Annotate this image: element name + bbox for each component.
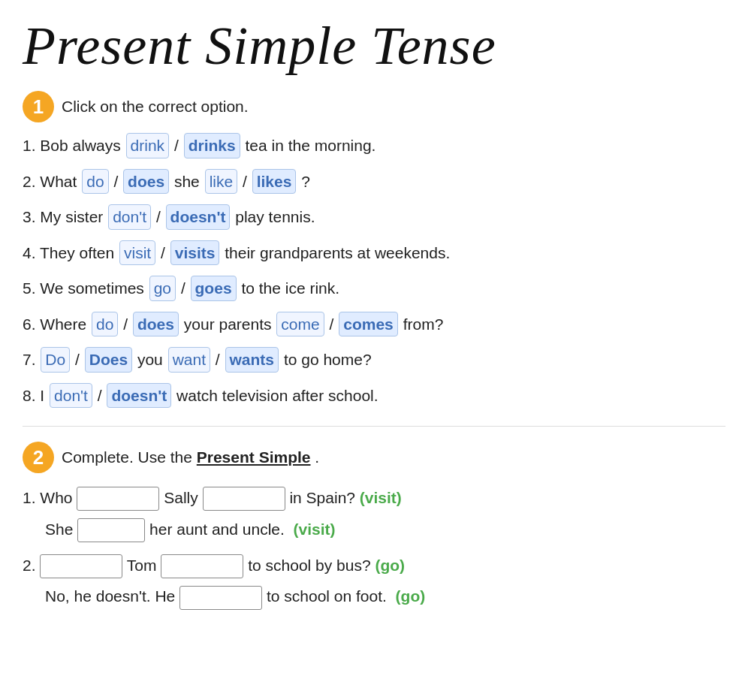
section2-header: 2 Complete. Use the Present Simple . [23, 442, 725, 473]
section-1: 1 Click on the correct option. 1. Bob al… [23, 91, 725, 408]
item1-opt2[interactable]: drinks [184, 133, 240, 158]
complete-2-input3[interactable] [179, 586, 262, 610]
item8-opt2[interactable]: doesn't [107, 383, 171, 409]
item6-opt1[interactable]: do [92, 312, 118, 337]
item2-opt4[interactable]: likes [252, 169, 297, 195]
complete-item-2: 2. Tom to school by bus? (go) No, he doe… [23, 551, 725, 611]
item2-opt1[interactable]: do [82, 169, 108, 195]
exercise-item-1: 1. Bob always drink / drinks tea in the … [23, 133, 725, 158]
section1-circle: 1 [23, 91, 54, 122]
complete-1-input3[interactable] [77, 518, 145, 542]
exercise-item-8: 8. I don't / doesn't watch television af… [23, 383, 725, 409]
page-title: Present Simple Tense [23, 15, 725, 77]
item1-num: 1. Bob always [23, 137, 125, 154]
item8-opt1[interactable]: don't [50, 383, 92, 409]
item6-opt3[interactable]: come [276, 312, 324, 337]
item3-opt1[interactable]: don't [108, 204, 151, 230]
section-divider [23, 426, 725, 427]
exercise-item-2: 2. What do / does she like / likes ? [23, 169, 725, 195]
item6-opt2[interactable]: does [133, 312, 179, 337]
item5-opt1[interactable]: go [149, 276, 176, 301]
section1-header: 1 Click on the correct option. [23, 91, 725, 122]
section2-circle: 2 [23, 442, 54, 473]
item1-opt1[interactable]: drink [126, 133, 170, 158]
complete-2-hint2: (go) [396, 587, 426, 605]
exercise-list-1: 1. Bob always drink / drinks tea in the … [23, 133, 725, 408]
item2-num: 2. What [23, 173, 81, 190]
item7-opt1[interactable]: Do [41, 347, 70, 373]
exercise-item-7: 7. Do / Does you want / wants to go home… [23, 347, 725, 373]
item6-opt4[interactable]: comes [339, 312, 398, 337]
complete-1-input2[interactable] [203, 487, 285, 511]
complete-list: 1. Who Sally in Spain? (visit) She her a… [23, 484, 725, 611]
item7-opt3[interactable]: want [168, 347, 210, 373]
section-2: 2 Complete. Use the Present Simple . 1. … [23, 442, 725, 611]
complete-1-line2: She her aunt and uncle. (visit) [45, 515, 725, 544]
exercise-item-4: 4. They often visit / visits their grand… [23, 240, 725, 266]
complete-1-hint1: (visit) [360, 489, 402, 506]
item2-opt2[interactable]: does [123, 169, 169, 195]
complete-2-hint1: (go) [375, 557, 405, 574]
section2-instruction: Complete. Use the Present Simple . [62, 448, 319, 466]
item4-opt2[interactable]: visits [170, 240, 220, 266]
item2-opt3[interactable]: like [205, 169, 238, 195]
exercise-item-6: 6. Where do / does your parents come / c… [23, 312, 725, 337]
exercise-item-3: 3. My sister don't / doesn't play tennis… [23, 204, 725, 230]
item7-opt2[interactable]: Does [85, 347, 132, 373]
item7-opt4[interactable]: wants [225, 347, 279, 373]
item3-opt2[interactable]: doesn't [166, 204, 231, 230]
item4-opt1[interactable]: visit [119, 240, 155, 266]
exercise-item-5: 5. We sometimes go / goes to the ice rin… [23, 276, 725, 301]
item5-opt2[interactable]: goes [191, 276, 237, 301]
complete-item-1: 1. Who Sally in Spain? (visit) She her a… [23, 484, 725, 544]
section1-instruction: Click on the correct option. [62, 98, 249, 116]
complete-2-input1[interactable] [40, 554, 122, 578]
complete-1-hint2: (visit) [294, 520, 336, 538]
complete-2-input2[interactable] [161, 554, 243, 578]
complete-1-input1[interactable] [77, 487, 159, 511]
complete-2-line2: No, he doesn't. He to school on foot. (g… [45, 582, 725, 611]
